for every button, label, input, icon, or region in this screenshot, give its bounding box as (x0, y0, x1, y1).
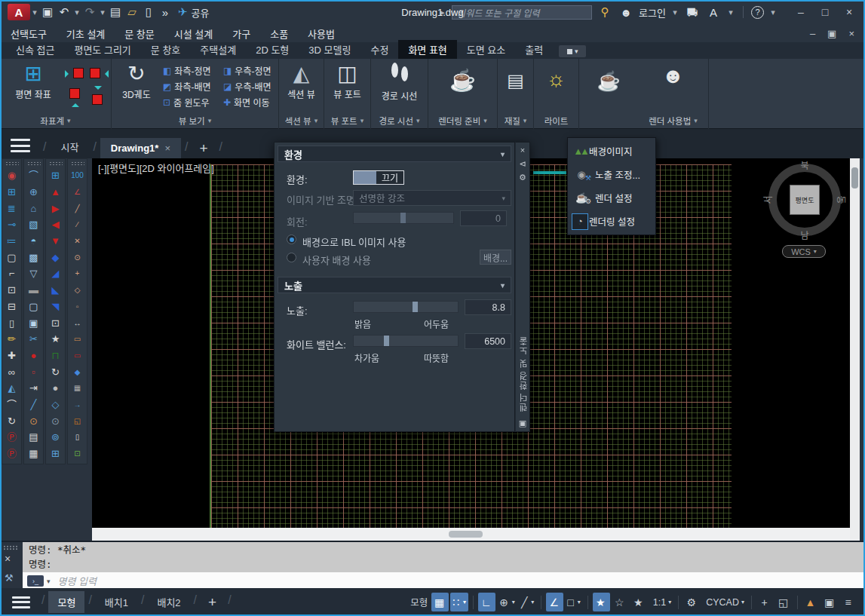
app-store-icon[interactable]: A (705, 4, 722, 20)
menu-item[interactable]: 소품 (270, 26, 288, 41)
view-flip-up-button[interactable] (66, 87, 84, 106)
viewcube-east-label[interactable]: 동 (836, 195, 848, 204)
menu-item[interactable]: 문 창문 (124, 26, 155, 41)
panel-title-path[interactable]: 경로 시선▾ (371, 112, 428, 129)
crosshair-toggle[interactable]: + ▾ (756, 593, 774, 611)
circle-icon[interactable]: ⊕ (24, 184, 43, 201)
new-tab-button[interactable]: + (192, 139, 215, 158)
polygon-icon[interactable]: ⌂ (24, 200, 43, 216)
command-history[interactable]: 명령: *취소* 명령: (23, 542, 865, 572)
view-down-icon[interactable]: ▼ (46, 233, 65, 250)
file-menu-burger-icon[interactable] (11, 139, 30, 152)
viewport-button[interactable]: ◫ 뷰 포트 (324, 59, 370, 100)
login-caret-icon[interactable]: ▾ (670, 4, 679, 20)
drawn-line-object[interactable] (533, 171, 566, 174)
window2-icon[interactable]: ▦ (24, 446, 43, 462)
ibl-background-radio-label[interactable]: 배경으로 IBL 이미지 사용 (302, 234, 406, 249)
viewport-grid-icon[interactable]: ▦ (68, 380, 87, 397)
ortho-toggle[interactable]: ∟ ▾ (478, 593, 495, 611)
ole-icon[interactable]: ◱ (68, 412, 87, 429)
stack-icon[interactable]: ▣ (24, 314, 43, 331)
command-close-icon[interactable]: × (5, 553, 11, 565)
palette-pin-icon[interactable]: ⊲ (516, 159, 529, 169)
stairs-icon[interactable]: ≣ (2, 200, 21, 216)
panel-title-coords[interactable]: 좌표계▾ (0, 112, 111, 129)
scale-100-icon[interactable]: 100 (68, 167, 87, 184)
ribbon-tab[interactable]: 평면도 그리기 (64, 40, 140, 59)
move-icon[interactable]: ✚ (2, 348, 21, 364)
menu-item[interactable]: 시설 설계 (174, 26, 213, 41)
circle-center-icon[interactable]: ⊙ (68, 249, 87, 265)
tab-layout2[interactable]: 배치2 (148, 591, 189, 613)
ibl-background-radio[interactable] (287, 234, 296, 244)
viewcube-top-face[interactable]: 평면도 (790, 185, 820, 215)
render-menu-item[interactable]: ◉ ⚒ 노출 조정... (568, 163, 655, 186)
view-cube[interactable]: 북 남 서 동 평면도 (768, 164, 841, 236)
panel-title-section[interactable]: 섹션 뷰▾ (279, 112, 324, 129)
render-small-icon[interactable]: ⊡ (68, 446, 87, 462)
rotate-icon[interactable]: ↻ (2, 412, 21, 429)
customize-statusbar[interactable]: ≡ ▾ (840, 593, 857, 611)
palette-properties-icon[interactable]: ⚙ (516, 173, 529, 182)
osnap-toggle[interactable]: □ ▾ (565, 593, 582, 611)
rotation-slider-thumb[interactable] (400, 213, 406, 223)
view-right-icon[interactable]: ▶ (46, 200, 65, 216)
menu-item[interactable]: 선택도구 (11, 26, 47, 41)
camera-icon[interactable]: ⊙ (46, 412, 65, 429)
copy3d-icon[interactable]: ▩ (24, 249, 43, 265)
erase-icon[interactable]: ✏ (2, 331, 21, 348)
doc-restore-button[interactable]: ▣ (827, 28, 836, 39)
fillet-icon[interactable]: ⌒ (2, 397, 21, 413)
tab-close-icon[interactable]: × (164, 143, 170, 154)
loop-icon[interactable]: ∞ (2, 363, 21, 380)
p-tool-icon[interactable]: Ⓟ (2, 429, 21, 446)
viewport-controls-label[interactable]: [-][평면도][2D 와이어프레임] (98, 161, 214, 175)
env-section-header[interactable]: 환경 ▾ (278, 146, 511, 162)
command-customize-icon[interactable]: ⚒ (5, 572, 14, 584)
orbit-3d-button[interactable]: ↻ 3D궤도 (113, 59, 160, 100)
store-caret-icon[interactable]: ▾ (726, 4, 735, 20)
ribbon-tab[interactable]: 2D 도형 (246, 40, 299, 59)
view-button[interactable]: ◧ 좌측-정면 (161, 63, 220, 78)
dome-icon[interactable]: ◓ (24, 233, 43, 250)
view-flip-down-button[interactable] (89, 87, 107, 106)
bench-icon[interactable]: ⊓ (46, 348, 65, 364)
palette-bottom-icon[interactable]: ▣ (516, 418, 529, 428)
toolbar-expand-icon[interactable]: » (157, 4, 173, 20)
command-prompt-caret-icon[interactable]: ▾ (47, 578, 51, 585)
new-file-icon[interactable]: ▯ (140, 4, 157, 20)
new-layout-button[interactable]: + (201, 593, 224, 612)
ruler-icon[interactable]: ▭ (68, 331, 87, 348)
close-button[interactable]: × (838, 3, 860, 21)
ribbon-tab[interactable]: 도면 요소 (457, 40, 515, 59)
hardware-accel[interactable]: ▲ ▾ (802, 593, 820, 611)
cone-icon[interactable]: ▽ (24, 265, 43, 282)
menu-item[interactable]: 사용법 (308, 26, 335, 41)
cart-icon[interactable]: ⛟ (684, 4, 701, 20)
redo-icon[interactable]: ↷ (81, 4, 98, 20)
exposure-slider[interactable] (353, 301, 459, 313)
save-icon[interactable]: ▣ (39, 4, 56, 20)
panel-title-viewport[interactable]: 뷰 포트▾ (324, 112, 370, 129)
export-cube-icon[interactable]: ◇ (46, 397, 65, 413)
flash-icon[interactable]: ★ (46, 331, 65, 348)
cube-icon[interactable]: ▢ (24, 299, 43, 315)
panel-title-material[interactable]: 재질▾ (498, 112, 533, 129)
share-button[interactable]: ✈ 공유 (178, 5, 210, 20)
viewcube-south-label[interactable]: 남 (800, 228, 808, 241)
isodraft-toggle[interactable]: ╱ ▾ (519, 593, 536, 611)
horizontal-scrollbar[interactable] (92, 528, 850, 541)
explode-icon[interactable]: ● (24, 348, 43, 364)
background-button[interactable]: 배경... (480, 250, 511, 265)
palette-close-icon[interactable]: × (516, 146, 529, 155)
view-up-icon[interactable]: ▲ (46, 184, 65, 201)
light-button[interactable]: ☼ (534, 59, 578, 90)
p-tool2-icon[interactable]: Ⓟ (2, 446, 21, 462)
ribbon-options-button[interactable]: ▾ (559, 45, 586, 57)
render-settings-dropdown-button[interactable]: ☕ (579, 59, 638, 92)
ribbon-tab[interactable]: 3D 모델링 (299, 40, 360, 59)
cylinder-icon[interactable]: ⊚ (46, 429, 65, 446)
exposure-value[interactable]: 8.8 (465, 299, 511, 315)
toolbar-grip[interactable] (5, 161, 19, 166)
render-usage-button[interactable]: ☻ (638, 59, 708, 87)
